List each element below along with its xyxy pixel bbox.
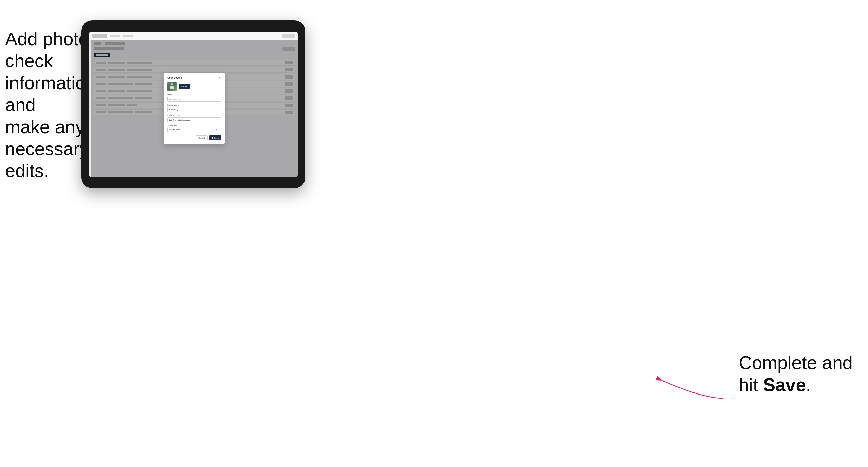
upload-button[interactable]: Upload xyxy=(179,84,190,89)
school-year-select[interactable]: Fourth Year × ⌄ xyxy=(167,127,221,132)
annotation-right: Complete and hit Save. xyxy=(739,352,853,396)
school-year-controls: × ⌄ xyxy=(216,129,220,131)
user-photo-thumbnail xyxy=(167,82,177,91)
header-right xyxy=(282,34,294,38)
name-label: Name xyxy=(167,94,221,96)
display-name-field-group: Display name xyxy=(167,104,221,112)
modal-title: User details xyxy=(167,76,182,79)
nav-communities xyxy=(110,35,120,37)
cancel-button[interactable]: Cancel xyxy=(196,135,208,141)
app-main: / xyxy=(91,40,298,177)
person-silhouette xyxy=(169,84,175,90)
arrow-right xyxy=(654,373,731,403)
name-input[interactable] xyxy=(167,97,221,102)
modal-buttons: Cancel ⬆ Save xyxy=(167,135,221,141)
app-logo xyxy=(92,34,107,38)
email-input[interactable] xyxy=(167,117,221,122)
save-icon: ⬆ xyxy=(212,137,213,139)
display-name-input[interactable] xyxy=(167,107,221,112)
close-icon[interactable]: × xyxy=(218,76,221,80)
school-year-field-group: School Year Fourth Year × ⌄ xyxy=(167,124,221,132)
app-header xyxy=(89,32,298,40)
modal-overlay: User details × xyxy=(91,40,298,177)
school-year-value: Fourth Year xyxy=(169,129,216,131)
email-field-group: Email address xyxy=(167,114,221,123)
user-details-modal: User details × xyxy=(164,73,225,144)
email-label: Email address xyxy=(167,114,221,117)
new-user-btn-ghost xyxy=(282,34,294,38)
school-year-label: School Year xyxy=(167,124,221,127)
nav-admin xyxy=(123,35,133,37)
tablet-screen: / xyxy=(89,32,298,177)
photo-section: Upload xyxy=(167,82,221,91)
tablet-device: / xyxy=(82,20,305,188)
save-label: Save xyxy=(214,137,219,139)
app-sidebar xyxy=(89,40,91,177)
chevron-down-icon[interactable]: ⌄ xyxy=(218,129,220,131)
modal-header: User details × xyxy=(167,76,221,80)
clear-icon[interactable]: × xyxy=(216,129,217,131)
photo-image xyxy=(167,82,177,91)
save-button[interactable]: ⬆ Save xyxy=(209,135,221,141)
name-field-group: Name xyxy=(167,94,221,102)
display-name-label: Display name xyxy=(167,104,221,106)
